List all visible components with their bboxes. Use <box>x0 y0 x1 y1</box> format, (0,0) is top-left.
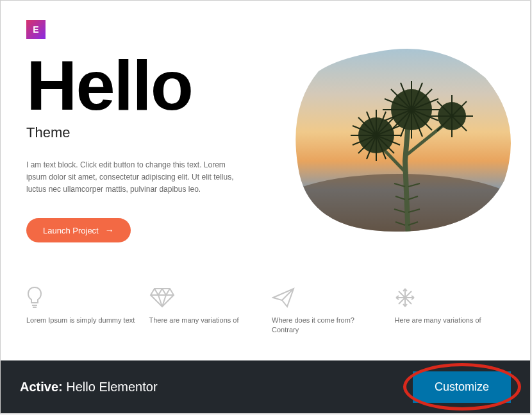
feature-item: Where does it come from? Contrary <box>272 286 382 335</box>
svg-line-60 <box>158 289 162 295</box>
hero-image <box>283 52 504 251</box>
features-row: Lorem Ipsum is simply dummy text T <box>26 286 504 335</box>
hero-blob-image <box>280 46 517 238</box>
theme-name: Hello Elementor <box>66 380 157 394</box>
feature-text: There are many variations of <box>149 316 260 325</box>
theme-preview: E Hello Theme I am text block. Click edi… <box>1 1 530 343</box>
theme-card: E Hello Theme I am text block. Click edi… <box>0 0 531 414</box>
hero-title: Hello <box>26 52 263 119</box>
active-theme-label: Active: Hello Elementor <box>20 380 158 394</box>
paper-plane-icon <box>272 286 382 309</box>
hero-description: I am text block. Click edit button to ch… <box>26 159 238 196</box>
svg-line-57 <box>166 289 170 295</box>
svg-line-56 <box>154 289 158 295</box>
feature-item: There are many variations of <box>149 286 260 335</box>
diamond-icon <box>149 286 260 309</box>
logo-letter: E <box>33 24 38 35</box>
feature-item: Here are many variations of <box>395 286 505 335</box>
feature-text: Where does it come from? Contrary <box>272 316 382 335</box>
hero-subtitle: Theme <box>26 124 263 141</box>
active-label: Active: <box>20 380 63 394</box>
customize-button[interactable]: Customize <box>413 371 511 403</box>
feature-item: Lorem Ipsum is simply dummy text <box>26 286 137 335</box>
launch-button-label: Launch Project <box>43 226 99 235</box>
feature-text: Lorem Ipsum is simply dummy text <box>26 316 137 325</box>
feature-text: Here are many variations of <box>395 316 505 325</box>
svg-point-1 <box>280 174 517 238</box>
snowflake-icon <box>395 286 505 309</box>
svg-line-61 <box>162 289 166 295</box>
launch-project-button[interactable]: Launch Project → <box>26 218 131 242</box>
elementor-logo: E <box>26 20 46 39</box>
theme-footer-bar: Active: Hello Elementor Customize <box>1 360 530 413</box>
hero-section: Hello Theme I am text block. Click edit … <box>26 52 504 251</box>
hero-left: Hello Theme I am text block. Click edit … <box>26 52 263 242</box>
bulb-icon <box>26 286 137 309</box>
arrow-right-icon: → <box>105 225 114 235</box>
